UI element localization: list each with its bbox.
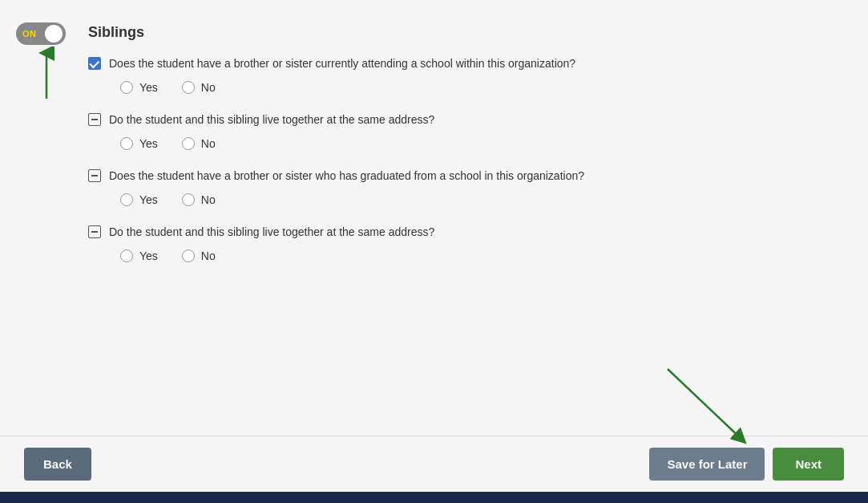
radio-label-no-q1: No	[201, 81, 216, 94]
radio-label-no-q4: No	[201, 249, 216, 262]
radio-no-q2[interactable]: No	[182, 137, 216, 150]
radio-label-yes-q2: Yes	[139, 137, 158, 150]
radio-no-q4[interactable]: No	[182, 249, 216, 262]
question-row-1: Does the student have a brother or siste…	[88, 57, 820, 70]
toggle-label: ON	[22, 29, 37, 39]
question-row-2: Do the student and this sibling live tog…	[88, 113, 820, 126]
main-content: Siblings Does the student have a brother…	[0, 0, 868, 436]
radio-circle-yes-q4	[120, 249, 133, 262]
question-block-3: Does the student have a brother or siste…	[88, 169, 820, 206]
radio-group-q3: Yes No	[88, 193, 820, 206]
question-block-1: Does the student have a brother or siste…	[88, 57, 820, 94]
section-title: Siblings	[88, 24, 820, 41]
up-arrow-indicator	[38, 47, 55, 106]
minus-icon-q2[interactable]	[88, 113, 101, 126]
radio-label-no-q3: No	[201, 193, 216, 206]
radio-yes-q2[interactable]: Yes	[120, 137, 158, 150]
page-container: ON Siblings	[0, 0, 868, 503]
radio-label-yes-q1: Yes	[139, 81, 158, 94]
radio-circle-yes-q2	[120, 137, 133, 150]
radio-yes-q4[interactable]: Yes	[120, 249, 158, 262]
bottom-bar	[0, 492, 868, 503]
question-row-4: Do the student and this sibling live tog…	[88, 225, 820, 238]
radio-label-yes-q3: Yes	[139, 193, 158, 206]
question-text-1: Does the student have a brother or siste…	[109, 57, 575, 70]
toggle-knob	[45, 25, 63, 43]
question-row-3: Does the student have a brother or siste…	[88, 169, 820, 182]
save-for-later-button[interactable]: Save for Later	[649, 448, 765, 481]
radio-circle-no-q2	[182, 137, 195, 150]
question-text-3: Does the student have a brother or siste…	[109, 169, 584, 182]
toggle-switch[interactable]: ON	[16, 22, 66, 45]
radio-group-q1: Yes No	[88, 81, 820, 94]
question-text-4: Do the student and this sibling live tog…	[109, 225, 434, 238]
question-block-4: Do the student and this sibling live tog…	[88, 225, 820, 262]
minus-icon-q3[interactable]	[88, 169, 101, 182]
question-text-2: Do the student and this sibling live tog…	[109, 113, 434, 126]
radio-circle-no-q1	[182, 81, 195, 94]
radio-circle-yes-q1	[120, 81, 133, 94]
radio-circle-no-q3	[182, 193, 195, 206]
toggle-container: ON	[16, 22, 66, 45]
radio-group-q4: Yes No	[88, 249, 820, 262]
radio-yes-q3[interactable]: Yes	[120, 193, 158, 206]
radio-no-q3[interactable]: No	[182, 193, 216, 206]
question-block-2: Do the student and this sibling live tog…	[88, 113, 820, 150]
footer: Back Save for Later Next	[0, 436, 868, 492]
radio-no-q1[interactable]: No	[182, 81, 216, 94]
radio-circle-yes-q3	[120, 193, 133, 206]
radio-label-yes-q4: Yes	[139, 249, 158, 262]
back-button[interactable]: Back	[24, 448, 91, 481]
radio-yes-q1[interactable]: Yes	[120, 81, 158, 94]
radio-circle-no-q4	[182, 249, 195, 262]
minus-icon-q4[interactable]	[88, 225, 101, 238]
checkbox-q1[interactable]	[88, 57, 101, 70]
footer-right-buttons: Save for Later Next	[649, 448, 844, 481]
radio-label-no-q2: No	[201, 137, 216, 150]
next-button[interactable]: Next	[773, 448, 844, 481]
radio-group-q2: Yes No	[88, 137, 820, 150]
